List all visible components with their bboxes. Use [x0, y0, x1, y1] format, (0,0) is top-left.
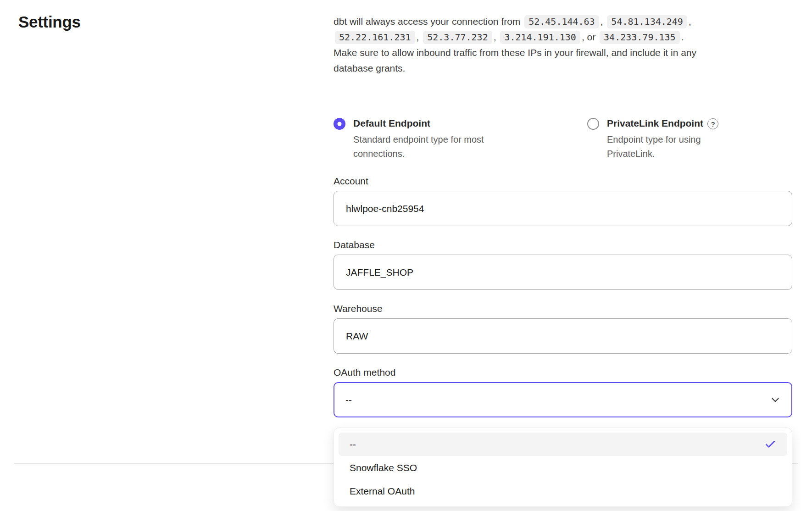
ip-address-chip: 34.233.79.135: [600, 31, 680, 44]
chevron-down-icon: [769, 394, 781, 406]
endpoint-option-description: Endpoint type for using PrivateLink.: [607, 133, 723, 161]
endpoint-option-privatelink[interactable]: PrivateLink Endpoint ? Endpoint type for…: [587, 117, 723, 161]
endpoint-option-default[interactable]: Default Endpoint Standard endpoint type …: [334, 117, 587, 161]
endpoint-option-label: Default Endpoint: [353, 117, 430, 130]
endpoint-radio-group: Default Endpoint Standard endpoint type …: [334, 117, 792, 161]
connection-settings-section: dbt will always access your connection f…: [334, 14, 792, 417]
dropdown-option-label: --: [350, 439, 356, 450]
field-account: Account: [334, 174, 792, 226]
ip-address-chip: 52.22.161.231: [335, 31, 415, 44]
ip-address-chip: 52.45.144.63: [524, 15, 599, 28]
radio-selected-icon[interactable]: [334, 118, 345, 130]
field-label: Database: [334, 238, 792, 252]
radio-unselected-icon[interactable]: [587, 118, 599, 130]
field-label: Warehouse: [334, 302, 792, 316]
database-input[interactable]: [334, 255, 792, 290]
help-icon[interactable]: ?: [707, 118, 718, 129]
ip-address-chip: 52.3.77.232: [423, 31, 492, 44]
ip-address-chip: 54.81.134.249: [607, 15, 687, 28]
oauth-method-dropdown: -- Snowflake SSO External OAuth: [334, 428, 792, 507]
dropdown-option-none[interactable]: --: [339, 433, 787, 456]
settings-page: Settings dbt will always access your con…: [0, 0, 812, 511]
intro-paragraph: dbt will always access your connection f…: [334, 14, 697, 76]
dropdown-option-label: External OAuth: [350, 486, 415, 497]
dropdown-option-external-oauth[interactable]: External OAuth: [339, 479, 787, 503]
dropdown-option-label: Snowflake SSO: [350, 462, 417, 473]
field-warehouse: Warehouse: [334, 302, 792, 354]
warehouse-input[interactable]: [334, 318, 792, 354]
field-label: Account: [334, 174, 792, 188]
endpoint-option-label: PrivateLink Endpoint: [607, 117, 703, 130]
account-input[interactable]: [334, 191, 792, 226]
page-title: Settings: [18, 12, 81, 32]
field-label: OAuth method: [334, 366, 792, 379]
ip-address-chip: 3.214.191.130: [500, 31, 580, 44]
check-icon: [764, 439, 776, 450]
oauth-method-select[interactable]: --: [334, 382, 792, 417]
dropdown-option-snowflake-sso[interactable]: Snowflake SSO: [339, 456, 787, 479]
field-oauth-method: OAuth method --: [334, 366, 792, 417]
endpoint-option-description: Standard endpoint type for most connecti…: [353, 133, 507, 161]
select-value: --: [345, 394, 352, 405]
field-database: Database: [334, 238, 792, 290]
